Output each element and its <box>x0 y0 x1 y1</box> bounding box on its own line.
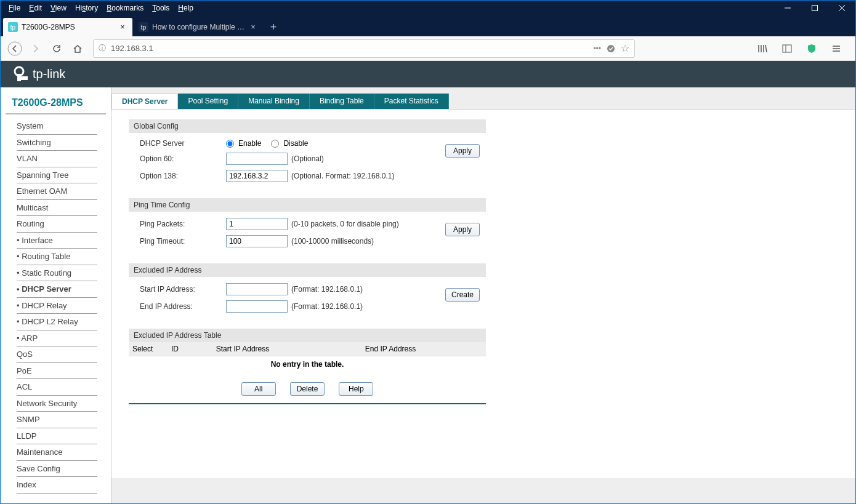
window-controls <box>774 1 855 15</box>
dhcp-server-label: DHCP Server <box>140 139 226 148</box>
close-button[interactable] <box>828 1 855 15</box>
panel-excluded-table: Excluded IP Address Table Select ID Star… <box>129 329 486 372</box>
reload-button[interactable] <box>47 39 66 58</box>
nav-static-routing[interactable]: Static Routing <box>17 265 97 282</box>
help-button[interactable]: Help <box>339 382 373 396</box>
main-body: Global Config Apply DHCP Server Enable D… <box>111 109 855 478</box>
browser-window: File Edit View History Bookmarks Tools H… <box>0 0 856 504</box>
nav-maintenance[interactable]: Maintenance <box>17 444 97 461</box>
nav-poe[interactable]: PoE <box>17 363 97 380</box>
shield-icon[interactable] <box>606 44 616 54</box>
divider <box>129 403 486 404</box>
radio-enable[interactable] <box>226 140 234 148</box>
url-bar[interactable]: ⓘ 192.168.3.1 ••• ☆ <box>93 39 635 58</box>
more-icon[interactable]: ••• <box>593 44 601 53</box>
tab-dhcp-server[interactable]: DHCP Server <box>111 94 178 109</box>
brand-bar: tp-link <box>1 61 855 87</box>
menu-button[interactable] <box>827 39 846 58</box>
tab-close-icon[interactable]: × <box>248 23 258 31</box>
nav-routing-table[interactable]: Routing Table <box>17 249 97 265</box>
device-name: T2600G-28MPS <box>1 87 111 113</box>
option60-input[interactable] <box>226 153 288 165</box>
button-row: All Delete Help <box>129 377 486 401</box>
toolbar-right <box>753 39 850 58</box>
nav-network-security[interactable]: Network Security <box>17 396 97 412</box>
svg-point-4 <box>8 42 22 55</box>
menu-bookmarks[interactable]: Bookmarks <box>102 4 148 12</box>
nav-routing[interactable]: Routing <box>17 216 97 233</box>
nav-dhcp-relay[interactable]: DHCP Relay <box>17 298 97 314</box>
apply-button[interactable]: Apply <box>445 223 480 236</box>
favicon-icon: tp <box>139 22 148 32</box>
sidebar-button[interactable] <box>778 39 796 58</box>
delete-button[interactable]: Delete <box>290 382 325 396</box>
tab-manual-binding[interactable]: Manual Binding <box>238 94 310 109</box>
library-button[interactable] <box>753 39 772 58</box>
menu-tools[interactable]: Tools <box>148 4 174 12</box>
hamburger-icon <box>831 44 841 54</box>
nav-multicast[interactable]: Multicast <box>17 200 97 217</box>
dhcp-radio-group: Enable Disable <box>226 139 315 148</box>
radio-disable[interactable] <box>271 140 279 148</box>
create-button[interactable]: Create <box>445 288 480 302</box>
menu-help[interactable]: Help <box>174 4 198 12</box>
option138-input[interactable] <box>226 170 288 182</box>
info-icon[interactable]: ⓘ <box>99 43 106 54</box>
tab-close-icon[interactable]: × <box>118 23 127 31</box>
nav-interface[interactable]: Interface <box>17 233 97 249</box>
tab-bar: tp T2600G-28MPS × tp How to configure Mu… <box>1 15 855 36</box>
forward-button[interactable] <box>26 39 45 58</box>
forward-icon <box>31 44 41 54</box>
nav-qos[interactable]: QoS <box>17 346 97 363</box>
menu-edit[interactable]: Edit <box>25 4 46 12</box>
nav-lldp[interactable]: LLDP <box>17 428 97 445</box>
end-ip-input[interactable] <box>226 300 288 313</box>
ping-packets-input[interactable] <box>226 218 288 230</box>
home-button[interactable] <box>68 39 87 58</box>
nav-snmp[interactable]: SNMP <box>17 412 97 428</box>
new-tab-button[interactable]: + <box>264 18 283 36</box>
brand-text: tp-link <box>33 67 65 81</box>
apply-button[interactable]: Apply <box>445 144 480 158</box>
nav-system[interactable]: System <box>17 118 97 135</box>
menu-view[interactable]: View <box>46 4 71 12</box>
end-ip-label: End IP Address: <box>140 302 226 311</box>
nav-save-config[interactable]: Save Config <box>17 461 97 478</box>
all-button[interactable]: All <box>241 382 276 396</box>
radio-enable-label: Enable <box>238 139 261 148</box>
tab-active[interactable]: tp T2600G-28MPS × <box>3 18 132 36</box>
menu-file[interactable]: File <box>4 4 25 12</box>
minimize-icon <box>785 5 791 11</box>
tab-binding-table[interactable]: Binding Table <box>310 94 374 109</box>
ping-timeout-input[interactable] <box>226 235 288 247</box>
nav-spanning-tree[interactable]: Spanning Tree <box>17 167 97 184</box>
reload-icon <box>52 44 62 54</box>
nav-index[interactable]: Index <box>17 477 97 494</box>
back-button[interactable] <box>6 39 24 58</box>
tab-pool-setting[interactable]: Pool Setting <box>178 94 238 109</box>
home-icon <box>73 44 83 54</box>
nav-vlan[interactable]: VLAN <box>17 151 97 167</box>
col-end: End IP Address <box>295 342 486 356</box>
shield-check-icon <box>807 44 817 54</box>
maximize-button[interactable] <box>801 1 828 15</box>
nav-switching[interactable]: Switching <box>17 135 97 151</box>
end-ip-hint: (Format: 192.168.0.1) <box>291 302 363 311</box>
menu-history[interactable]: History <box>71 4 102 12</box>
nav-arp[interactable]: ARP <box>17 330 97 347</box>
favicon-icon: tp <box>8 22 18 32</box>
option60-hint: (Optional) <box>291 154 324 163</box>
start-ip-input[interactable] <box>226 283 288 295</box>
panel-title: Global Config <box>129 119 486 133</box>
page-content: tp-link T2600G-28MPS System Switching VL… <box>1 61 855 503</box>
nav-acl[interactable]: ACL <box>17 379 97 396</box>
nav-dhcp-server[interactable]: DHCP Server <box>17 281 97 298</box>
star-icon[interactable]: ☆ <box>621 42 629 54</box>
tab-packet-statistics[interactable]: Packet Statistics <box>374 94 449 109</box>
minimize-button[interactable] <box>774 1 801 15</box>
maximize-icon <box>812 5 818 11</box>
nav-dhcp-l2-relay[interactable]: DHCP L2 Relay <box>17 314 97 330</box>
security-button[interactable] <box>802 39 821 58</box>
tab-inactive[interactable]: tp How to configure Multiple SSID × <box>134 18 263 36</box>
nav-ethernet-oam[interactable]: Ethernet OAM <box>17 183 97 200</box>
